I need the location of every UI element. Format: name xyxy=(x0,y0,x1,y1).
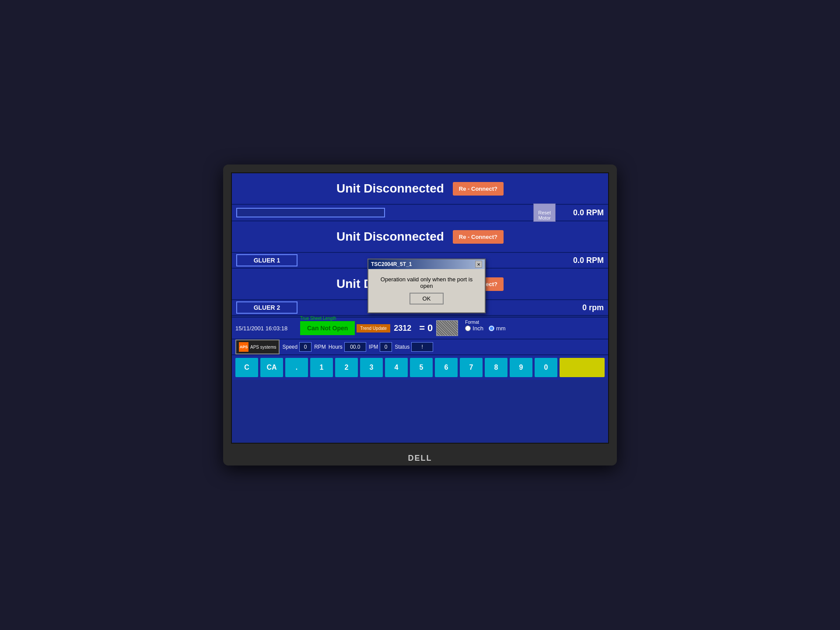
numpad-yellow-button[interactable] xyxy=(560,358,605,377)
numpad-8-button[interactable]: 8 xyxy=(485,358,508,377)
dialog-ok-button[interactable]: OK xyxy=(410,293,444,304)
numpad-3-button[interactable]: 3 xyxy=(360,358,383,377)
status-bar: 15/11/2001 16:03:18 True Sheet Length Ca… xyxy=(232,317,608,339)
equals-zero-display: = 0 xyxy=(419,322,433,334)
mm-label: mm xyxy=(496,325,506,332)
hours-value: 00.0 xyxy=(344,342,366,352)
status-value: ! xyxy=(411,342,433,352)
ipm-field: IPM 0 xyxy=(369,342,392,352)
reset-motor-button[interactable]: Reset Motor xyxy=(533,203,556,222)
monitor-bezel: Unit Disconnected Re - Connect? Reset Mo… xyxy=(223,164,617,466)
format-label: Format xyxy=(465,320,479,325)
status-field: Status ! xyxy=(395,342,433,352)
dialog-titlebar: TSC2004R_5T_1 ✕ xyxy=(368,259,485,269)
gluer-2-label: GLUER 2 xyxy=(236,301,298,314)
rpm-label: RPM xyxy=(314,344,326,350)
datetime-display: 15/11/2001 16:03:18 xyxy=(235,325,297,332)
numpad-dot-button[interactable]: . xyxy=(285,358,308,377)
numpad-c-button[interactable]: C xyxy=(235,358,258,377)
aps-logo: APS APS systems xyxy=(235,340,280,354)
numpad-0-button[interactable]: 0 xyxy=(535,358,557,377)
reconnect-button-1[interactable]: Re - Connect? xyxy=(453,182,504,196)
inch-label: Inch xyxy=(472,325,483,332)
ipm-value: 0 xyxy=(380,342,392,352)
rpm-display-2: 0.0 RPM xyxy=(564,256,604,265)
inch-radio[interactable] xyxy=(465,326,471,331)
inch-radio-group[interactable]: Inch xyxy=(465,325,483,332)
numpad-9-button[interactable]: 9 xyxy=(510,358,532,377)
toolbar-row: APS APS systems Speed 0 RPM Hours 00.0 I… xyxy=(232,339,608,354)
unit-disconnected-row-2: Unit Disconnected Re - Connect? xyxy=(232,221,608,253)
numpad-2-button[interactable]: 2 xyxy=(335,358,358,377)
numpad-row: C CA . 1 2 3 4 5 6 7 8 9 0 xyxy=(232,354,608,380)
mm-radio[interactable] xyxy=(489,326,494,331)
speed-field: Speed 0 xyxy=(282,342,312,352)
gluer-1-label: GLUER 1 xyxy=(236,254,298,266)
dialog-box: TSC2004R_5T_1 ✕ Operation valid only whe… xyxy=(368,259,486,313)
speed-value: 0 xyxy=(299,342,312,352)
rpm-display-3: 0 rpm xyxy=(564,303,604,312)
status-label: Status xyxy=(395,344,410,350)
numpad-1-button[interactable]: 1 xyxy=(310,358,333,377)
numpad-4-button[interactable]: 4 xyxy=(385,358,408,377)
trend-update-button[interactable]: Trend Update xyxy=(357,324,390,332)
mm-radio-group[interactable]: mm xyxy=(489,325,506,332)
texture-display xyxy=(436,320,458,336)
progress-bar xyxy=(236,208,385,217)
unit-disconnected-row-1: Unit Disconnected Re - Connect? xyxy=(232,173,608,205)
unit-disconnected-text-1: Unit Disconnected xyxy=(336,182,444,196)
aps-logo-icon: APS xyxy=(239,342,248,352)
sheet-length-value: 2312 xyxy=(394,324,416,333)
screen: Unit Disconnected Re - Connect? Reset Mo… xyxy=(231,172,609,444)
unit-disconnected-text-2: Unit Disconnected xyxy=(336,230,444,244)
dialog-body: Operation valid only when the port is op… xyxy=(368,269,485,312)
motor-row: Reset Motor 0.0 RPM xyxy=(232,205,608,221)
numpad-5-button[interactable]: 5 xyxy=(410,358,433,377)
rpm-field: RPM xyxy=(314,344,326,350)
dialog-close-button[interactable]: ✕ xyxy=(475,261,482,268)
hours-label: Hours xyxy=(329,344,343,350)
monitor-brand: DELL xyxy=(408,454,432,463)
speed-label: Speed xyxy=(282,344,298,350)
reconnect-button-2[interactable]: Re - Connect? xyxy=(453,230,504,244)
reset-motor-label: Reset Motor xyxy=(538,210,551,220)
hours-field: Hours 00.0 xyxy=(329,342,366,352)
aps-label: APS systems xyxy=(250,345,276,350)
rpm-display-1: 0.0 RPM xyxy=(564,208,604,217)
sheet-length-label: True Sheet Length xyxy=(300,316,336,321)
numpad-ca-button[interactable]: CA xyxy=(260,358,283,377)
dialog-message: Operation valid only when the port is op… xyxy=(374,276,480,289)
dialog-title: TSC2004R_5T_1 xyxy=(371,261,412,267)
numpad-6-button[interactable]: 6 xyxy=(435,358,458,377)
ipm-label: IPM xyxy=(369,344,378,350)
numpad-7-button[interactable]: 7 xyxy=(460,358,483,377)
can-not-open-button[interactable]: Can Not Open xyxy=(300,321,355,335)
